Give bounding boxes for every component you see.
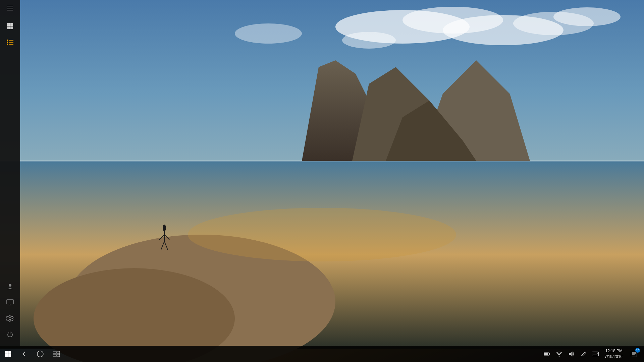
svg-rect-24 bbox=[10, 23, 13, 26]
svg-rect-25 bbox=[7, 26, 10, 29]
svg-rect-63 bbox=[594, 354, 594, 354]
user-icon bbox=[6, 283, 14, 290]
background-scene bbox=[0, 0, 644, 362]
sidebar-top-icons bbox=[2, 16, 18, 50]
settings-button[interactable] bbox=[2, 311, 18, 326]
svg-point-16 bbox=[188, 208, 456, 261]
volume-icon-button[interactable] bbox=[566, 346, 577, 362]
svg-rect-60 bbox=[596, 352, 596, 353]
svg-marker-55 bbox=[569, 352, 572, 356]
windows-logo-icon bbox=[5, 351, 11, 357]
list-icon bbox=[7, 40, 13, 45]
battery-icon bbox=[544, 352, 550, 356]
settings-icon bbox=[6, 315, 14, 322]
notification-badge-count: 13 bbox=[635, 348, 640, 353]
tiles-icon bbox=[7, 23, 13, 29]
power-button[interactable] bbox=[2, 327, 18, 342]
task-view-button[interactable] bbox=[48, 346, 64, 362]
taskbar: 12:18 PM 7/19/2016 13 bbox=[0, 346, 644, 362]
svg-rect-48 bbox=[57, 351, 60, 354]
svg-rect-29 bbox=[7, 42, 8, 43]
svg-rect-57 bbox=[593, 352, 593, 353]
svg-rect-45 bbox=[8, 354, 11, 357]
pen-icon-button[interactable] bbox=[578, 346, 589, 362]
sidebar-list-button[interactable] bbox=[2, 35, 18, 50]
svg-point-5 bbox=[235, 23, 302, 44]
svg-rect-61 bbox=[597, 352, 597, 353]
svg-rect-34 bbox=[7, 300, 13, 304]
svg-rect-28 bbox=[9, 40, 13, 41]
svg-rect-58 bbox=[594, 352, 594, 353]
sidebar-tiles-button[interactable] bbox=[2, 19, 18, 34]
clock-time: 12:18 PM bbox=[605, 348, 623, 354]
svg-rect-65 bbox=[596, 354, 596, 354]
svg-rect-32 bbox=[9, 44, 13, 45]
svg-point-6 bbox=[342, 32, 396, 49]
task-view-icon bbox=[53, 351, 60, 357]
svg-rect-67 bbox=[593, 355, 597, 355]
svg-point-46 bbox=[37, 351, 43, 357]
volume-icon bbox=[568, 351, 574, 357]
svg-rect-66 bbox=[597, 354, 598, 354]
system-clock[interactable]: 12:18 PM 7/19/2016 bbox=[602, 348, 625, 360]
svg-rect-53 bbox=[549, 353, 550, 355]
pen-icon bbox=[581, 351, 586, 357]
user-account-button[interactable] bbox=[2, 279, 18, 294]
start-sidebar bbox=[0, 0, 20, 346]
svg-point-54 bbox=[558, 356, 559, 357]
display-icon bbox=[6, 299, 14, 305]
hamburger-button[interactable] bbox=[2, 0, 18, 16]
svg-rect-27 bbox=[7, 40, 8, 41]
wifi-icon-button[interactable] bbox=[554, 346, 565, 362]
wifi-icon bbox=[556, 351, 562, 357]
back-button[interactable] bbox=[16, 346, 32, 362]
svg-rect-42 bbox=[5, 351, 8, 354]
svg-rect-23 bbox=[7, 23, 10, 26]
svg-rect-26 bbox=[10, 26, 13, 29]
start-button[interactable] bbox=[0, 346, 16, 362]
svg-rect-64 bbox=[595, 354, 595, 354]
cortana-icon bbox=[37, 350, 44, 358]
back-icon bbox=[21, 351, 27, 357]
svg-point-37 bbox=[9, 317, 11, 320]
hamburger-icon bbox=[7, 6, 13, 10]
svg-rect-59 bbox=[595, 352, 595, 353]
svg-point-33 bbox=[9, 284, 11, 287]
notification-center-button[interactable]: 13 bbox=[627, 346, 641, 362]
svg-rect-30 bbox=[9, 42, 13, 43]
svg-rect-52 bbox=[544, 353, 548, 355]
svg-point-17 bbox=[163, 225, 166, 231]
svg-rect-47 bbox=[53, 351, 56, 354]
cortana-button[interactable] bbox=[32, 346, 48, 362]
taskbar-right: 12:18 PM 7/19/2016 13 bbox=[542, 346, 644, 362]
sidebar-bottom-icons bbox=[2, 279, 18, 346]
svg-rect-43 bbox=[8, 351, 11, 354]
display-button[interactable] bbox=[2, 295, 18, 310]
svg-point-7 bbox=[553, 7, 621, 26]
keyboard-icon-button[interactable] bbox=[590, 346, 601, 362]
keyboard-icon bbox=[592, 352, 599, 356]
svg-rect-49 bbox=[53, 354, 56, 357]
svg-rect-62 bbox=[593, 354, 593, 354]
battery-icon-button[interactable] bbox=[542, 346, 552, 362]
power-icon bbox=[7, 331, 13, 338]
clock-date: 7/19/2016 bbox=[605, 354, 623, 360]
svg-rect-50 bbox=[57, 354, 60, 357]
svg-rect-44 bbox=[5, 354, 8, 357]
svg-rect-31 bbox=[7, 44, 8, 45]
